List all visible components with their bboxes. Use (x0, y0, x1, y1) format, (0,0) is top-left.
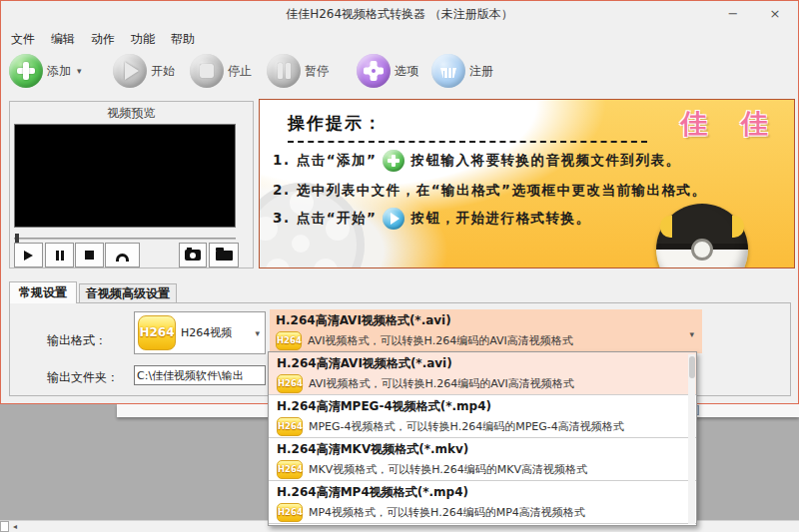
output-folder-label: 输出文件夹： (47, 369, 119, 386)
open-folder-button[interactable] (209, 243, 239, 267)
video-display-area (14, 124, 236, 228)
format-dropdown-list: H.264高清AVI视频格式(*.avi) H264 AVI视频格式，可以转换H… (268, 351, 697, 526)
start-play-icon (113, 54, 147, 88)
h264-badge-icon: H264 (276, 331, 302, 350)
output-format-label: 输出格式： (47, 332, 107, 349)
preview-audio-button[interactable] (105, 243, 140, 267)
scroll-left-arrow-icon[interactable]: ◂ (13, 522, 17, 531)
inline-add-icon (383, 150, 404, 172)
add-button-label: 添加 (47, 63, 71, 80)
h264-badge-icon: H264 (138, 315, 176, 350)
tip-3-text-post: 按钮，开始进行格式转换。 (410, 210, 590, 228)
dropdown-item-mpeg4[interactable]: H.264高清MPEG-4视频格式(*.mp4) H264 MPEG-4视频格式… (269, 395, 696, 438)
preview-play-button[interactable] (14, 243, 43, 267)
menu-edit[interactable]: 编辑 (43, 29, 83, 49)
pause-button-label: 暂停 (305, 63, 329, 80)
app-window: 佳佳H264视频格式转换器 （未注册版本） − × 文件 编辑 动作 功能 帮助… (0, 0, 799, 404)
menu-function[interactable]: 功能 (123, 29, 163, 49)
scrollbar-corner-box (0, 521, 9, 532)
tip-line-1: 1. 点击“添加” 按钮输入将要转换的音视频文件到列表。 (273, 150, 680, 172)
format-category-value: H264视频 (181, 325, 249, 340)
preview-pause-button[interactable] (45, 243, 74, 267)
title-bar[interactable]: 佳佳H264视频格式转换器 （未注册版本） − × (1, 1, 798, 27)
operation-tips-panel: 操作提示： 佳 佳 1. 点击“添加” 按钮输入将要转换的音视频文件到列表。 2… (259, 99, 795, 268)
stop-button-label: 停止 (228, 63, 252, 80)
dropdown-item-mp4[interactable]: H.264高清MP4视频格式(*.mp4) H264 MP4视频格式，可以转换H… (269, 481, 696, 524)
selected-format-title: H.264高清AVI视频格式(*.avi) (276, 312, 696, 329)
camera-icon (185, 250, 201, 261)
decorative-ball-graphic (656, 204, 748, 268)
menu-file[interactable]: 文件 (3, 29, 43, 49)
tips-divider (288, 141, 647, 143)
pause-button[interactable]: 暂停 (267, 54, 329, 88)
preview-stop-button[interactable] (75, 243, 104, 267)
headphones-icon (116, 254, 129, 262)
dropdown-scrollbar[interactable] (688, 354, 695, 524)
h264-badge-icon: H264 (277, 417, 303, 436)
h264-badge-icon: H264 (277, 503, 303, 522)
tips-title: 操作提示： (288, 112, 383, 135)
chevron-down-icon[interactable]: ▾ (255, 328, 260, 338)
dropdown-scrollbar-thumb[interactable] (689, 356, 695, 378)
pause-icon (56, 251, 64, 261)
menu-help[interactable]: 帮助 (163, 29, 203, 49)
play-icon (24, 251, 33, 261)
tab-general-settings[interactable]: 常规设置 (9, 281, 77, 303)
video-preview-panel: 视频预览 (9, 101, 254, 268)
toolbar: 添加 ▾ 开始 停止 暂停 选项 注册 (1, 49, 798, 96)
start-button-label: 开始 (151, 63, 175, 80)
window-title: 佳佳H264视频格式转换器 （未注册版本） (1, 1, 798, 27)
tip-1-text-pre: 1. 点击“添加” (273, 152, 377, 170)
dropdown-item-avi[interactable]: H.264高清AVI视频格式(*.avi) H264 AVI视频格式，可以转换H… (269, 352, 696, 395)
stop-button[interactable]: 停止 (190, 54, 252, 88)
chevron-down-icon[interactable]: ▾ (689, 329, 694, 339)
menu-action[interactable]: 动作 (83, 29, 123, 49)
folder-icon (216, 251, 233, 261)
tip-1-text-post: 按钮输入将要转换的音视频文件到列表。 (410, 152, 680, 170)
brand-logo: 佳 佳 (681, 106, 780, 142)
inline-start-icon (383, 208, 404, 230)
basket-icon (431, 54, 465, 88)
pause-bars-icon (267, 54, 301, 88)
tip-line-3: 3. 点击“开始” 按钮，开始进行格式转换。 (273, 208, 590, 230)
seek-track (14, 238, 236, 240)
gear-icon (357, 54, 391, 88)
close-button[interactable]: × (758, 3, 792, 25)
h264-badge-icon: H264 (277, 374, 303, 393)
add-dropdown-caret-icon[interactable]: ▾ (77, 66, 82, 76)
dropdown-item-mkv[interactable]: H.264高清MKV视频格式(*.mkv) H264 MKV视频格式，可以转换H… (269, 438, 696, 481)
register-button-label: 注册 (469, 63, 493, 80)
tip-line-2: 2. 选中列表中文件，在“输出格式”选项框中更改当前输出格式。 (273, 182, 706, 200)
menu-bar: 文件 编辑 动作 功能 帮助 (3, 29, 203, 49)
snapshot-button[interactable] (179, 243, 207, 267)
tip-3-text-pre: 3. 点击“开始” (273, 210, 377, 228)
output-folder-input[interactable] (134, 365, 266, 385)
start-button[interactable]: 开始 (113, 54, 175, 88)
add-plus-icon (9, 54, 43, 88)
options-button-label: 选项 (395, 63, 418, 80)
add-button[interactable]: 添加 ▾ (9, 54, 82, 88)
tip-2-text: 2. 选中列表中文件，在“输出格式”选项框中更改当前输出格式。 (273, 182, 706, 200)
output-format-combobox[interactable]: H.264高清AVI视频格式(*.avi) H264 AVI视频格式，可以转换H… (270, 309, 702, 353)
video-preview-title: 视频预览 (10, 102, 253, 122)
stop-icon (85, 251, 94, 260)
minimize-button[interactable]: − (716, 3, 750, 25)
tab-advanced-av-settings[interactable]: 音视频高级设置 (79, 283, 177, 303)
h264-badge-icon: H264 (277, 460, 303, 479)
register-button[interactable]: 注册 (431, 54, 493, 88)
selected-format-desc: AVI视频格式，可以转换H.264编码的AVI高清视频格式 (308, 333, 573, 348)
options-button[interactable]: 选项 (357, 54, 418, 88)
stop-square-icon (190, 54, 224, 88)
format-category-combobox[interactable]: H264 H264视频 ▾ (134, 311, 266, 354)
